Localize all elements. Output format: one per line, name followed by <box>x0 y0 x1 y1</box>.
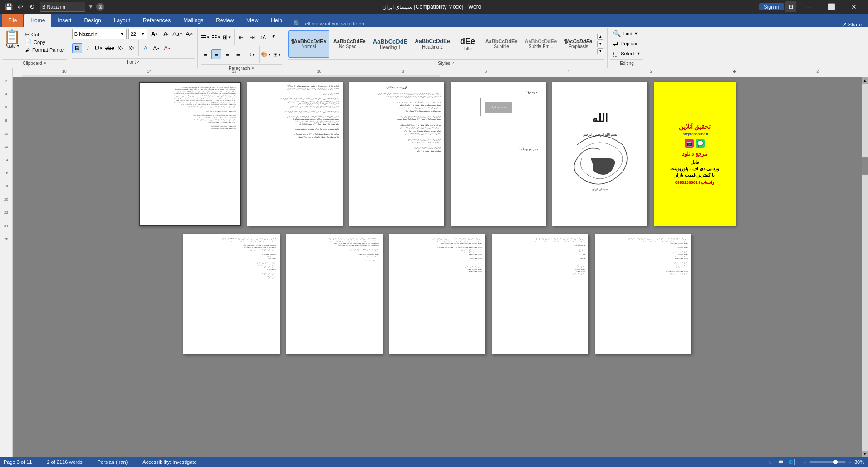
select-button[interactable]: ⬚ Select ▼ <box>610 49 643 58</box>
page-4-spacer <box>459 120 538 147</box>
align-left-button[interactable]: ≡ <box>201 49 211 59</box>
gallery-up-arrow[interactable]: ▲ <box>597 34 603 40</box>
vertical-scrollbar[interactable]: ▲ ▼ <box>862 77 868 457</box>
align-right-button[interactable]: ≡ <box>222 49 232 59</box>
highlight-button[interactable]: A▼ <box>152 43 162 53</box>
title-bar: 💾 ↩ ↻ B Nazanin ▼ ⊞ سینمای ایران [Compat… <box>0 0 868 14</box>
style-subtle-em[interactable]: AaBbCcDdEe Subtle Em... <box>522 30 560 58</box>
ad-phone: واتساپ 09981366624 <box>675 180 715 185</box>
numbering-button[interactable]: ☷▼ <box>211 32 221 42</box>
justify-button[interactable]: ≡ <box>233 49 243 59</box>
ad-ref-label: مرجع دانلود <box>682 151 707 158</box>
font-name-selector[interactable]: B Nazanin ▼ <box>72 29 127 39</box>
gallery-more-arrow[interactable]: ▼ <box>597 48 603 54</box>
search-placeholder[interactable]: Tell me what you want to do <box>303 21 364 26</box>
format-painter-button[interactable]: 🖌 Format Painter <box>23 46 67 54</box>
grow-font-button[interactable]: A+ <box>149 29 159 39</box>
zoom-thumb[interactable] <box>833 460 838 464</box>
ribbon-display-icon[interactable]: ⊟ <box>785 1 796 12</box>
bold-button[interactable]: B <box>72 43 82 53</box>
page-9: طبق برنامه نظام ایران تعداد فیلم ۱۱۱ به … <box>389 234 485 354</box>
tab-review[interactable]: Review <box>210 14 240 27</box>
scroll-down-button[interactable]: ▼ <box>862 451 868 457</box>
subscript-button[interactable]: X2 <box>116 43 126 53</box>
tab-layout[interactable]: Layout <box>108 14 137 27</box>
change-case-button[interactable]: Aa▼ <box>173 29 183 39</box>
shrink-font-button[interactable]: A- <box>161 29 171 39</box>
borders-button[interactable]: ⊞▼ <box>272 49 282 59</box>
language-indicator[interactable]: Persian (Iran) <box>98 459 128 465</box>
maximize-button[interactable]: ⬜ <box>821 0 842 14</box>
decrease-indent-button[interactable]: ⇤ <box>236 32 246 42</box>
ribbon-tabs: File Home Insert Design Layout Reference… <box>0 14 868 27</box>
superscript-button[interactable]: X2 <box>127 43 137 53</box>
tab-view[interactable]: View <box>240 14 265 27</box>
zoom-out-button[interactable]: － <box>803 459 808 466</box>
bullets-button[interactable]: ☰▼ <box>201 32 211 42</box>
paragraph-row1: ☰▼ ☷▼ ⊞▼ ⇤ ⇥ ↕A ¶ <box>201 29 282 45</box>
multilevel-list-button[interactable]: ⊞▼ <box>222 32 232 42</box>
tab-insert[interactable]: Insert <box>51 14 78 27</box>
replace-icon: ⇄ <box>613 40 618 47</box>
ruler-marker-20: 20 <box>4 197 8 202</box>
tab-references[interactable]: References <box>137 14 177 27</box>
style-heading2[interactable]: AaBbCcDdEe Heading 2 <box>412 30 453 58</box>
scroll-up-button[interactable]: ▲ <box>862 77 868 84</box>
save-icon[interactable]: 💾 <box>4 2 14 12</box>
font-name-quick[interactable]: B Nazanin <box>40 2 85 12</box>
tab-file[interactable]: File <box>2 14 23 27</box>
font-expand-icon[interactable]: ↗ <box>137 60 140 64</box>
share-button[interactable]: ↗ Share <box>838 21 866 27</box>
font-size-selector[interactable]: 22 ▼ <box>128 29 147 39</box>
accessibility-info[interactable]: Accessibility: Investigate <box>142 459 196 465</box>
cut-button[interactable]: ✂ Cut <box>23 31 67 38</box>
clear-formatting-button[interactable]: A✕ <box>185 29 195 39</box>
redo-icon[interactable]: ↻ <box>27 2 37 12</box>
line-spacing-button[interactable]: ↕▼ <box>247 49 257 59</box>
show-formatting-button[interactable]: ¶ <box>269 32 279 42</box>
undo-icon[interactable]: ↩ <box>15 2 25 12</box>
style-subtitle[interactable]: AaBbCcDdEe Subtitle <box>482 30 521 58</box>
zoom-slider[interactable] <box>809 461 846 463</box>
tab-design[interactable]: Design <box>78 14 107 27</box>
style-subtleem-label: Subtle Em... <box>529 44 553 49</box>
replace-button[interactable]: ⇄ Replace <box>610 39 643 48</box>
find-button[interactable]: 🔍 Find ▼ <box>610 29 643 38</box>
page-1-content: ندارد، که از زيان حیوان خانگی، که از اصل… <box>140 83 240 225</box>
clipboard-expand-icon[interactable]: ↗ <box>43 61 46 65</box>
increase-indent-button[interactable]: ⇥ <box>247 32 257 42</box>
tab-mailings[interactable]: Mailings <box>177 14 210 27</box>
font-group: B Nazanin ▼ 22 ▼ A+ A- Aa▼ A✕ B I U▼ abc… <box>69 28 198 68</box>
print-layout-button[interactable]: ⊟ <box>767 459 775 465</box>
style-no-spacing[interactable]: AaBbCcDdEe No Spac... <box>330 30 369 58</box>
zoom-in-button[interactable]: ＋ <box>848 459 853 466</box>
underline-button[interactable]: U▼ <box>94 43 104 53</box>
read-mode-button[interactable]: 📖 <box>777 459 785 465</box>
align-center-button[interactable]: ≡ <box>211 49 221 59</box>
gallery-down-arrow[interactable]: ▼ <box>597 41 603 47</box>
text-effects-button[interactable]: A <box>141 43 151 53</box>
copy-button[interactable]: 📄 Copy <box>23 39 67 46</box>
strikethrough-button[interactable]: abc <box>105 43 115 53</box>
minimize-button[interactable]: ─ <box>798 0 819 14</box>
zoom-level[interactable]: 30% <box>854 459 864 465</box>
style-title[interactable]: dEe Title <box>454 30 481 58</box>
styles-expand-icon[interactable]: ↗ <box>451 61 455 65</box>
customize-qa-icon[interactable]: ⊞ <box>96 3 104 11</box>
scroll-thumb[interactable] <box>862 157 868 175</box>
tab-help[interactable]: Help <box>265 14 289 27</box>
style-heading1[interactable]: AaBbCcDdE Heading 1 <box>370 30 411 58</box>
sign-in-button[interactable]: Sign in <box>759 3 784 10</box>
document-scroll-area[interactable]: ندارد، که از زيان حیوان خانگی، که از اصل… <box>13 77 862 457</box>
close-button[interactable]: ✕ <box>843 0 864 14</box>
paste-button[interactable]: 📋 Paste▼ <box>2 29 22 49</box>
style-normal[interactable]: ¶AaBbCcDdEe Normal <box>288 30 329 58</box>
sort-button[interactable]: ↕A <box>258 32 268 42</box>
style-emphasis[interactable]: ¶bcCdDdEe Emphasis <box>561 30 595 58</box>
italic-button[interactable]: I <box>83 43 93 53</box>
shading-button[interactable]: 🎨▼ <box>261 49 271 59</box>
page-7: کاملاً بوده پیش از این عنوان ایران مناطق… <box>183 234 280 354</box>
tab-home[interactable]: Home <box>24 14 51 27</box>
font-color-button[interactable]: A▼ <box>162 43 172 53</box>
web-layout-button[interactable]: 🌐 <box>787 459 795 465</box>
